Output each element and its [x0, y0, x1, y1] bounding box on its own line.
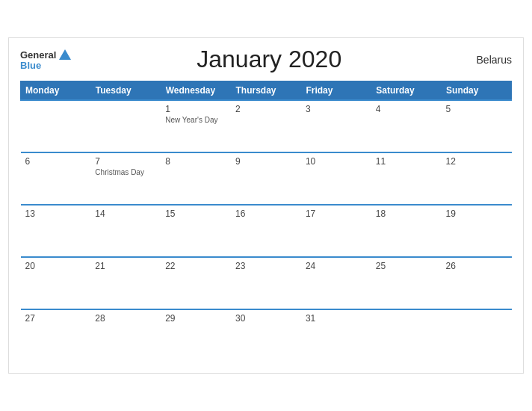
calendar-header: General Blue January 2020 Belarus [20, 46, 512, 73]
day-number: 16 [235, 208, 297, 219]
day-cell: 4 [371, 100, 442, 152]
weekday-header-wednesday: Wednesday [161, 81, 231, 101]
weekday-header-saturday: Saturday [371, 81, 442, 101]
calendar-container: General Blue January 2020 Belarus Monday… [8, 37, 524, 374]
weekday-header-thursday: Thursday [231, 81, 301, 101]
day-number: 8 [165, 156, 226, 167]
day-cell: 24 [301, 257, 371, 309]
holiday-label: New Year's Day [165, 116, 226, 124]
day-number: 14 [95, 208, 156, 219]
day-cell: 29 [161, 309, 231, 362]
day-number: 20 [25, 261, 87, 271]
week-row-5: 2728293031 [21, 309, 512, 362]
day-cell: 14 [90, 205, 161, 257]
day-number: 24 [306, 261, 367, 271]
day-number: 13 [25, 208, 87, 219]
day-cell: 2 [231, 100, 301, 152]
month-title: January 2020 [71, 46, 467, 73]
day-cell [90, 100, 161, 152]
day-cell: 16 [231, 205, 301, 257]
day-number: 2 [235, 104, 297, 114]
day-cell: 9 [231, 152, 301, 205]
weekday-header-tuesday: Tuesday [90, 81, 161, 101]
day-cell: 6 [21, 152, 91, 205]
logo-blue-text: Blue [20, 61, 41, 70]
weekday-header-monday: Monday [21, 81, 91, 101]
weekday-header-row: MondayTuesdayWednesdayThursdayFridaySatu… [21, 81, 512, 101]
day-cell: 31 [301, 309, 371, 362]
logo-triangle-icon [59, 49, 71, 60]
day-number: 21 [95, 261, 156, 271]
day-number: 29 [165, 313, 226, 324]
day-cell: 30 [231, 309, 301, 362]
day-cell: 1New Year's Day [161, 100, 231, 152]
day-cell: 11 [371, 152, 442, 205]
day-cell: 25 [371, 257, 442, 309]
day-number: 25 [376, 261, 437, 271]
weekday-header-sunday: Sunday [442, 81, 512, 101]
day-number: 3 [306, 104, 367, 114]
day-number: 12 [446, 156, 507, 167]
day-cell: 28 [90, 309, 161, 362]
weekday-header-friday: Friday [301, 81, 371, 101]
day-number: 18 [376, 208, 437, 219]
day-number: 17 [306, 208, 367, 219]
day-number: 7 [95, 156, 156, 167]
day-number: 5 [446, 104, 507, 114]
day-number: 31 [306, 313, 367, 324]
holiday-label: Christmas Day [95, 168, 156, 176]
day-cell: 27 [21, 309, 91, 362]
week-row-3: 13141516171819 [21, 205, 512, 257]
week-row-1: 1New Year's Day2345 [21, 100, 512, 152]
day-cell: 19 [442, 205, 512, 257]
day-number: 4 [376, 104, 437, 114]
week-row-4: 20212223242526 [21, 257, 512, 309]
day-number: 30 [235, 313, 297, 324]
day-number: 1 [165, 104, 226, 114]
calendar-table: MondayTuesdayWednesdayThursdayFridaySatu… [20, 81, 512, 362]
day-number: 19 [446, 208, 507, 219]
week-row-2: 67Christmas Day89101112 [21, 152, 512, 205]
day-number: 6 [25, 156, 87, 167]
day-cell [371, 309, 442, 362]
country-label: Belarus [467, 54, 512, 66]
day-cell: 7Christmas Day [90, 152, 161, 205]
logo: General Blue [20, 49, 71, 70]
day-cell: 3 [301, 100, 371, 152]
day-number: 10 [306, 156, 367, 167]
day-cell: 15 [161, 205, 231, 257]
day-number: 23 [235, 261, 297, 271]
day-number: 9 [235, 156, 297, 167]
day-number: 22 [165, 261, 226, 271]
day-cell: 13 [21, 205, 91, 257]
day-cell: 17 [301, 205, 371, 257]
day-cell: 22 [161, 257, 231, 309]
day-cell: 10 [301, 152, 371, 205]
day-number: 11 [376, 156, 437, 167]
day-cell: 20 [21, 257, 91, 309]
day-number: 26 [446, 261, 507, 271]
day-number: 27 [25, 313, 87, 324]
day-cell: 21 [90, 257, 161, 309]
day-cell: 12 [442, 152, 512, 205]
day-cell: 18 [371, 205, 442, 257]
day-cell [442, 309, 512, 362]
day-cell: 23 [231, 257, 301, 309]
day-number: 15 [165, 208, 226, 219]
logo-general-text: General [20, 50, 56, 60]
day-cell: 8 [161, 152, 231, 205]
day-number: 28 [95, 313, 156, 324]
day-cell: 5 [442, 100, 512, 152]
day-cell: 26 [442, 257, 512, 309]
day-cell [21, 100, 91, 152]
